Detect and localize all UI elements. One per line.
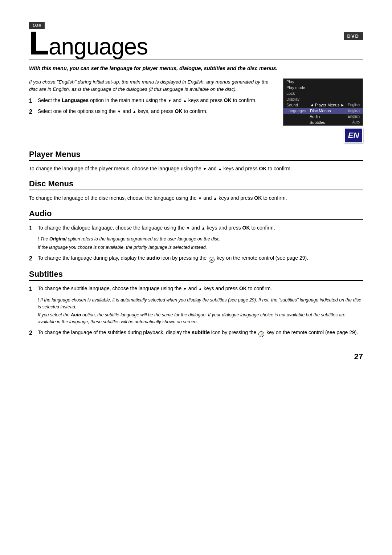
- audio-step-1-num: 1: [29, 224, 35, 233]
- setup-section: If you chose "English" during initial se…: [29, 78, 363, 143]
- disc-menus-section: Disc Menus To change the language of the…: [29, 179, 363, 202]
- player-menus-section: Player Menus To change the language of t…: [29, 150, 363, 173]
- menu-item-playmode: Play mode: [283, 85, 363, 90]
- subtitles-heading: Subtitles: [29, 270, 363, 281]
- subtitles-steps: 1 To change the subtitle language, choos…: [29, 284, 363, 294]
- audio-steps: 1 To change the dialogue language, choos…: [29, 224, 363, 233]
- audio-steps-2: 2 To change the language during play, di…: [29, 254, 363, 263]
- audio-step-1: 1 To change the dialogue language, choos…: [29, 224, 363, 233]
- setup-italic-text: If you chose "English" during initial se…: [29, 78, 276, 93]
- menu-item-lock: Lock: [283, 90, 363, 96]
- title-big-letter: L: [29, 25, 49, 61]
- page-title: Languages: [29, 29, 148, 58]
- disc-menus-heading: Disc Menus: [29, 179, 363, 190]
- right-panel: Play Play mode Lock Display Sound ◄ Play…: [283, 78, 363, 143]
- subtitles-step-1-num: 1: [29, 284, 35, 294]
- subtitles-note-2: If you select the Auto option, the subti…: [38, 312, 363, 325]
- menu-item-sound: Sound ◄ Player Menus ► English: [283, 102, 363, 108]
- audio-key-icon: 🔊: [209, 257, 215, 263]
- en-badge: EN: [344, 128, 363, 143]
- step-1-text: Select the Languages option in the main …: [38, 97, 257, 105]
- step-2: 2 Select one of the options using the an…: [29, 108, 276, 116]
- step-1-num: 1: [29, 97, 35, 105]
- subtitles-step-2-num: 2: [29, 328, 35, 338]
- subtitle-key-icon: 📝: [258, 331, 264, 337]
- audio-heading: Audio: [29, 209, 363, 220]
- audio-section: Audio 1 To change the dialogue language,…: [29, 209, 363, 263]
- menu-item-subtitles: Subtitles Auto: [283, 119, 363, 125]
- subtitles-steps-2: 2 To change the language of the subtitle…: [29, 328, 363, 338]
- subtitles-step-1-text: To change the subtitle language, choose …: [38, 284, 272, 294]
- disc-menus-body: To change the language of the disc menus…: [29, 194, 363, 202]
- menu-item-display: Display: [283, 96, 363, 102]
- title-rest: anguages: [49, 33, 148, 60]
- setup-text: If you chose "English" during initial se…: [29, 78, 276, 143]
- step-2-num: 2: [29, 108, 35, 116]
- step-2-text: Select one of the options using the and …: [38, 108, 208, 116]
- audio-step-1-text: To change the dialogue language, choose …: [38, 224, 275, 233]
- subtitles-step-2-text: To change the language of the subtitles …: [38, 328, 358, 338]
- subtitles-section: Subtitles 1 To change the subtitle langu…: [29, 270, 363, 337]
- audio-step-2-num: 2: [29, 254, 35, 263]
- title-row: Languages DVD: [29, 29, 363, 60]
- menu-item-play: Play: [283, 79, 363, 85]
- audio-step-2-text: To change the language during play, disp…: [38, 254, 308, 263]
- audio-note-1: The Original option refers to the langua…: [38, 236, 363, 243]
- subtitles-step-2: 2 To change the language of the subtitle…: [29, 328, 363, 338]
- page-number: 27: [29, 352, 363, 361]
- dvd-badge: DVD: [344, 32, 363, 40]
- audio-note-2: If the language you choose is not availa…: [38, 244, 363, 251]
- subtitles-step-1: 1 To change the subtitle language, choos…: [29, 284, 363, 294]
- intro-paragraph: With this menu, you can set the language…: [29, 65, 363, 73]
- menu-item-audio: Audio English: [283, 114, 363, 119]
- setup-steps: 1 Select the Languages option in the mai…: [29, 97, 276, 116]
- player-menus-heading: Player Menus: [29, 150, 363, 161]
- menu-item-languages: Languages Disc Menus English: [283, 108, 363, 114]
- audio-step-2: 2 To change the language during play, di…: [29, 254, 363, 263]
- step-1: 1 Select the Languages option in the mai…: [29, 97, 276, 105]
- subtitles-note-1: If the language chosen is available, it …: [38, 297, 363, 311]
- player-menus-body: To change the language of the player men…: [29, 165, 363, 173]
- menu-screenshot: Play Play mode Lock Display Sound ◄ Play…: [283, 78, 363, 126]
